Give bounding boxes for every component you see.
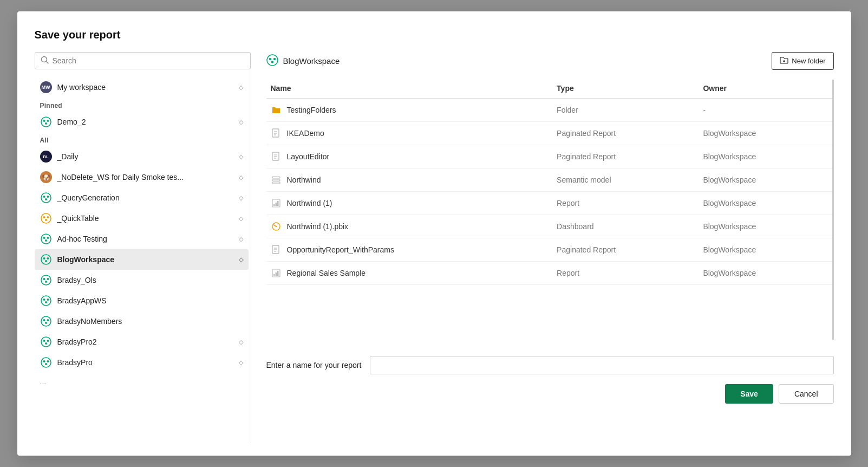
svg-point-9: [45, 198, 47, 200]
table-row[interactable]: IKEADemo Paginated Report BlogWorkspace: [266, 122, 832, 145]
actions-row: Save Cancel: [266, 384, 834, 404]
nodelete-badge: ◇: [239, 174, 243, 181]
right-header: BlogWorkspace New folder: [266, 52, 834, 70]
blogworkspace-label: BlogWorkspace: [57, 255, 232, 264]
workspace-item-bradsy-ols[interactable]: Bradsy_Ols: [35, 270, 249, 290]
left-panel: MW My workspace ◇ Pinned Demo_2 ◇: [35, 52, 251, 443]
svg-rect-70: [273, 274, 275, 276]
svg-point-34: [41, 337, 51, 347]
row-icon-layouteditor: [271, 151, 282, 162]
content-table-wrapper: Name Type Owner TestingFolders Folder -: [266, 80, 834, 340]
svg-point-42: [267, 55, 278, 66]
bradsypro2-icon: [40, 336, 52, 348]
search-input[interactable]: [53, 56, 245, 65]
svg-point-35: [43, 340, 45, 342]
new-folder-label: New folder: [792, 57, 825, 65]
bradsypro-icon: [40, 356, 52, 368]
workspace-item-blogworkspace[interactable]: BlogWorkspace ◇: [35, 249, 249, 270]
querygeneration-badge: ◇: [239, 194, 243, 202]
bradsypro-label: BradsyPro: [57, 358, 232, 367]
workspace-item-quicktable[interactable]: _QuickTable ◇: [35, 208, 249, 229]
dialog-title: Save your report: [35, 29, 834, 41]
save-button[interactable]: Save: [725, 384, 773, 404]
row-icon-northwind1: [271, 198, 282, 209]
svg-rect-57: [272, 179, 280, 181]
svg-point-43: [269, 58, 271, 60]
workspace-item-bradsyappws[interactable]: BradsyAppWS: [35, 290, 249, 311]
row-name-ikeademo: IKEADemo: [287, 129, 324, 138]
workspace-item-demo2[interactable]: Demo_2 ◇: [35, 112, 249, 132]
table-row[interactable]: OpportunityReport_WithParams Paginated R…: [266, 238, 832, 262]
quicktable-icon: [40, 212, 52, 224]
svg-point-5: [45, 122, 47, 125]
search-icon: [41, 56, 49, 66]
new-folder-icon: [780, 56, 788, 66]
nodelete-label: _NoDelete_WS for Daily Smoke tes...: [57, 173, 232, 181]
table-row[interactable]: Northwind (1).pbix Dashboard BlogWorkspa…: [266, 215, 832, 238]
workspace-item-nodelete[interactable]: 🐶 _NoDelete_WS for Daily Smoke tes... ◇: [35, 167, 249, 187]
svg-point-45: [271, 61, 273, 63]
workspace-item-bradsynomembers[interactable]: BradsyNoMembers: [35, 311, 249, 332]
svg-point-23: [43, 278, 45, 280]
workspace-item-querygeneration[interactable]: _QueryGeneration ◇: [35, 187, 249, 208]
svg-line-1: [46, 62, 48, 64]
demo2-badge: ◇: [239, 119, 243, 126]
workspace-item-more: ...: [35, 373, 249, 390]
svg-point-37: [45, 342, 47, 345]
workspace-item-my-workspace[interactable]: MW My workspace ◇: [35, 77, 249, 98]
table-row[interactable]: Regional Sales Sample Report BlogWorkspa…: [266, 262, 832, 285]
my-workspace-label: My workspace: [57, 83, 232, 92]
table-row[interactable]: Northwind (1) Report BlogWorkspace: [266, 192, 832, 215]
table-row[interactable]: Northwind Semantic model BlogWorkspace: [266, 168, 832, 192]
row-type-layouteditor: Paginated Report: [552, 145, 699, 168]
quicktable-label: _QuickTable: [57, 214, 232, 223]
svg-point-31: [43, 319, 45, 321]
row-type-northwind1pbix: Dashboard: [552, 215, 699, 238]
row-icon-ikeademo: [271, 128, 282, 139]
svg-point-29: [45, 301, 47, 303]
workspace-item-bradsypro2[interactable]: BradsyPro2 ◇: [35, 332, 249, 352]
row-type-testingfolders: Folder: [552, 99, 699, 122]
row-owner-ikeademo: BlogWorkspace: [699, 122, 832, 145]
svg-point-17: [45, 239, 47, 242]
my-workspace-icon: MW: [40, 81, 52, 93]
blogworkspace-badge: ◇: [239, 256, 243, 263]
bradsyappws-label: BradsyAppWS: [57, 296, 243, 305]
daily-label: _Daily: [57, 152, 232, 161]
col-name: Name: [266, 80, 553, 99]
workspace-item-adhoc[interactable]: Ad-hoc Testing ◇: [35, 229, 249, 249]
svg-point-20: [47, 257, 49, 260]
querygeneration-icon: [40, 192, 52, 204]
content-table: Name Type Owner TestingFolders Folder -: [266, 80, 832, 285]
row-type-northwind: Semantic model: [552, 168, 699, 192]
workspace-item-bradsypro[interactable]: BradsyPro ◇: [35, 352, 249, 373]
svg-point-24: [47, 278, 49, 280]
svg-point-3: [43, 120, 45, 122]
blogworkspace-icon: [40, 254, 52, 265]
svg-point-7: [43, 196, 45, 198]
report-name-input[interactable]: [370, 356, 833, 374]
col-type: Type: [552, 80, 699, 99]
svg-point-36: [47, 340, 49, 342]
row-icon-northwind: [271, 174, 282, 185]
table-row[interactable]: LayoutEditor Paginated Report BlogWorksp…: [266, 145, 832, 168]
demo2-icon: [40, 116, 52, 128]
svg-point-10: [41, 213, 51, 223]
svg-point-39: [43, 360, 45, 362]
svg-point-22: [41, 275, 51, 285]
right-header-workspace-name: BlogWorkspace: [283, 56, 340, 66]
workspace-item-daily[interactable]: BL _Daily ◇: [35, 146, 249, 167]
new-folder-button[interactable]: New folder: [772, 52, 833, 70]
table-row[interactable]: TestingFolders Folder -: [266, 99, 832, 122]
svg-point-26: [41, 296, 51, 306]
svg-point-16: [47, 237, 49, 239]
svg-point-27: [43, 299, 45, 301]
daily-icon: BL: [40, 151, 52, 163]
row-name-opportunityreport: OpportunityReport_WithParams: [287, 245, 394, 254]
name-input-label: Enter a name for your report: [266, 361, 362, 369]
cancel-button[interactable]: Cancel: [779, 384, 834, 404]
row-type-opportunityreport: Paginated Report: [552, 238, 699, 262]
svg-point-2: [41, 117, 51, 127]
bradsy-ols-label: Bradsy_Ols: [57, 276, 243, 284]
bradsypro-badge: ◇: [239, 359, 243, 366]
